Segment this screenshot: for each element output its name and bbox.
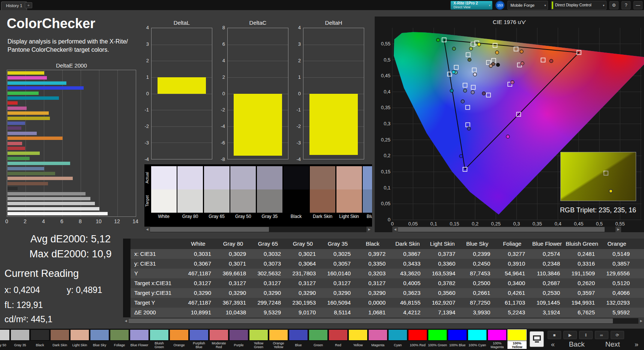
scroll-left-icon[interactable]: ◀ [144, 227, 150, 232]
settings-button[interactable]: ⚙ [609, 1, 618, 9]
scroll-left-icon[interactable]: ◀ [392, 227, 398, 232]
scroll-left-icon[interactable]: ◀ [123, 318, 129, 324]
table-header-cell: Gray 35 [320, 239, 355, 249]
x-tick-label: 0,35 [533, 221, 542, 227]
deltae-bar [8, 212, 108, 215]
table-row: Y467,1187369,6618302,5632231,7803160,014… [131, 269, 644, 278]
patch-button[interactable]: Green [308, 329, 328, 349]
loop-button[interactable]: ∞ [595, 331, 608, 339]
table-cell: 132,0293 [599, 298, 634, 308]
patch-button[interactable]: Bluish Green [149, 329, 169, 349]
swatch-scrollbar[interactable]: ◀ ▶ [144, 227, 372, 232]
patch-button[interactable]: Yellow Green [249, 329, 269, 349]
swatch-pair: Gray 35 [257, 166, 282, 222]
patch-button[interactable]: 100% Magenta [487, 329, 507, 349]
minimize-button[interactable]: — [633, 1, 642, 9]
y-tick-label: -4 [292, 156, 301, 162]
scrollbar-track[interactable] [398, 227, 615, 232]
scrollbar-thumb[interactable] [129, 318, 613, 323]
patch-button[interactable]: Dark Skin [50, 329, 70, 349]
patch-button[interactable]: Foliage [110, 329, 129, 349]
gridline [152, 110, 212, 110]
patch-button[interactable]: 100% Blue [447, 329, 467, 349]
table-cell: 10,0438 [216, 308, 251, 317]
history-tab[interactable]: History 1 [1, 2, 27, 10]
help-button[interactable]: ? [621, 1, 630, 9]
patch-button[interactable]: Gray 50 [0, 329, 10, 349]
source-dropdown[interactable]: Mobile Forge ▼ [507, 1, 548, 10]
table-header-cell: Blue Sky [460, 239, 495, 249]
y-tick-label: 0,1 [384, 185, 390, 191]
patch-button[interactable]: Orange [169, 329, 189, 349]
patch-button[interactable]: 100% Yellow [507, 329, 527, 349]
table-header-cell: White [181, 239, 216, 249]
next-button[interactable]: Next [595, 340, 631, 348]
back-button[interactable]: Back [559, 340, 595, 348]
patch-button[interactable]: Cyan [388, 329, 408, 349]
table-cell: 4,4212 [390, 308, 425, 317]
patch-button[interactable]: Purplish Blue [189, 329, 209, 349]
patch-button[interactable]: Blue [288, 329, 308, 349]
y-tick-label: 0,3 [384, 121, 390, 126]
table-cell: 0,2530 [530, 288, 564, 298]
table-cell: 5,9592 [599, 308, 634, 317]
patch-button[interactable]: 100% Green [428, 329, 447, 349]
patch-button[interactable]: Orange Yellow [269, 329, 288, 349]
patch-button[interactable]: Blue Sky [90, 329, 110, 349]
meter-dropdown[interactable]: X-Rite i1Pro 2 Direct View ▼ [450, 1, 492, 10]
patch-button[interactable]: Red [328, 329, 348, 349]
table-cell: 163,5394 [425, 269, 460, 278]
chevrons-left-icon[interactable]: « [547, 341, 559, 348]
patch-button[interactable]: Purple [229, 329, 249, 349]
deltae-bar [8, 192, 86, 195]
top-bar: History 1 + X-Rite i1Pro 2 Direct View ▼… [0, 0, 644, 10]
patch-button[interactable]: Gray 35 [10, 329, 30, 349]
current-cdm2-value: cd/m²: 445,1 [5, 314, 53, 324]
scroll-right-icon[interactable]: ▶ [615, 227, 621, 232]
table-row-label: y: CIE31 [131, 259, 181, 269]
control-status-bar [552, 2, 553, 9]
patch-button[interactable]: 100% Cyan [467, 329, 487, 349]
swatch-label: Light Skin [336, 214, 362, 221]
measurement-dot [482, 92, 485, 95]
swatch-target [204, 189, 230, 213]
scroll-right-icon[interactable]: ▶ [638, 318, 644, 324]
play-button[interactable]: ▶ [563, 331, 577, 339]
scrollbar-track[interactable] [150, 227, 366, 232]
patch-color [30, 329, 50, 341]
y-tick-label: 0,45 [381, 73, 390, 78]
patch-button[interactable]: Moderate Red [209, 329, 229, 349]
patch-button[interactable]: Blue Flower [129, 329, 149, 349]
scroll-right-icon[interactable]: ▶ [366, 227, 372, 232]
scrollbar-thumb[interactable] [150, 227, 269, 232]
table-scrollbar[interactable]: ◀ ▶ [123, 318, 644, 324]
display-control-dropdown[interactable]: Direct Display Control ▼ [551, 1, 606, 10]
swatch-label: Black [284, 214, 309, 221]
rgb-triplet-readout: RGB Triplet: 235, 235, 16 [528, 206, 636, 214]
stop-button[interactable]: ■ [548, 331, 561, 339]
patch-button[interactable]: Black [30, 329, 50, 349]
measurement-dot [450, 89, 453, 92]
x-tick-label: 0,1 [430, 221, 437, 227]
patch-button[interactable]: Yellow [348, 329, 368, 349]
patch-color [448, 329, 467, 341]
patch-button[interactable]: 100% Red [408, 329, 428, 349]
patch-button[interactable]: Magenta [368, 329, 388, 349]
cie-scrollbar[interactable]: ◀ ▶ [392, 227, 621, 232]
swatch-target [230, 189, 256, 213]
x-tick-label: 0 [391, 221, 393, 227]
measurement-dot [469, 47, 473, 50]
patch-button[interactable]: Light Skin [70, 329, 90, 349]
y-tick-label: -1 [140, 107, 149, 113]
table-cell: 0,3029 [216, 249, 251, 259]
scrollbar-thumb[interactable] [398, 227, 605, 232]
scrollbar-track[interactable] [129, 318, 638, 324]
refresh-button[interactable]: ⟳ [611, 331, 624, 339]
swatch-actual [284, 166, 309, 189]
display-pattern-button[interactable] [530, 331, 544, 347]
table-cell: 162,9207 [425, 298, 460, 308]
x-tick-label: 0 [5, 218, 8, 224]
chevrons-right-icon[interactable]: » [630, 341, 642, 348]
pause-button[interactable]: ‖ [579, 331, 593, 339]
add-tab-button[interactable]: + [25, 2, 32, 8]
